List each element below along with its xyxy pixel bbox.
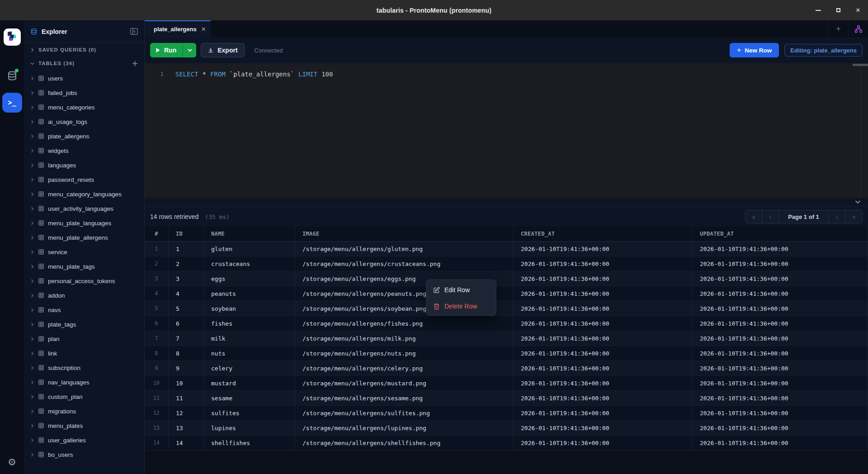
collapse-editor-chevron-icon[interactable]	[855, 200, 861, 204]
table-row[interactable]: 7 7 milk /storage/menu/allergens/milk.pn…	[145, 331, 868, 346]
table-row[interactable]: 14 14 shellfishes /storage/menu/allergen…	[145, 436, 868, 450]
table-row[interactable]: 13 13 lupines /storage/menu/allergens/lu…	[145, 421, 868, 436]
sidebar-table-label: bo_users	[48, 451, 73, 458]
query-console-button[interactable]: >_	[2, 93, 22, 113]
editor-scrollbar-track	[861, 63, 861, 198]
tab-plate-allergens[interactable]: plate_allergens ✕	[145, 20, 211, 37]
sidebar-table-widgets[interactable]: widgets	[24, 143, 144, 158]
first-page-button[interactable]: «	[745, 210, 762, 223]
table-row[interactable]: 3 3 eggs /storage/menu/allergens/eggs.pn…	[145, 271, 868, 286]
table-grid-icon	[38, 437, 44, 443]
run-options-button[interactable]	[183, 43, 196, 57]
sidebar-table-menu_plate_allergens[interactable]: menu_plate_allergens	[24, 230, 144, 245]
sidebar-table-navs[interactable]: navs	[24, 303, 144, 317]
cell-name: sesame	[204, 391, 295, 405]
chevron-right-icon	[30, 265, 34, 269]
column-header-image[interactable]: IMAGE	[295, 227, 514, 241]
schema-view-button[interactable]	[848, 20, 868, 37]
close-button[interactable]: ✕	[848, 0, 868, 20]
sidebar-table-label: menu_category_languages	[48, 191, 122, 198]
sidebar-table-menu_categories[interactable]: menu_categories	[24, 100, 144, 114]
sidebar-table-ai_usage_logs[interactable]: ai_usage_logs	[24, 114, 144, 129]
editor-scrollbar-thumb[interactable]	[853, 64, 868, 66]
table-grid-icon	[38, 379, 44, 385]
table-row[interactable]: 1 1 gluten /storage/menu/allergens/glute…	[145, 242, 868, 256]
window-title: tabularis - ProntoMenu (prontomenu)	[377, 7, 491, 14]
minimize-button[interactable]	[808, 0, 828, 20]
sidebar-table-service[interactable]: service	[24, 245, 144, 259]
sidebar-table-password_resets[interactable]: password_resets	[24, 172, 144, 187]
sidebar-table-label: password_resets	[48, 176, 94, 183]
sidebar-table-bo_users[interactable]: bo_users	[24, 447, 144, 462]
cell-name: shellfishes	[204, 436, 295, 450]
context-menu-delete-row[interactable]: Delete Row	[426, 298, 496, 314]
run-button[interactable]: Run	[150, 43, 196, 57]
sidebar-table-user_galleries[interactable]: user_galleries	[24, 433, 144, 447]
sidebar-table-failed_jobs[interactable]: failed_jobs	[24, 85, 144, 100]
sidebar-table-custom_plan[interactable]: custom_plan	[24, 389, 144, 404]
chevron-right-icon	[30, 236, 34, 240]
collapse-panel-icon[interactable]	[130, 28, 138, 35]
sidebar-table-nav_languages[interactable]: nav_languages	[24, 375, 144, 389]
sidebar-table-label: custom_plan	[48, 393, 83, 400]
sidebar-table-label: menu_plate_tags	[48, 263, 95, 270]
table-row[interactable]: 6 6 fishes /storage/menu/allergens/fishe…	[145, 316, 868, 331]
export-button[interactable]: Export	[201, 43, 244, 57]
connections-button[interactable]	[5, 69, 19, 83]
sidebar-table-user_activity_languages[interactable]: user_activity_languages	[24, 201, 144, 216]
table-row[interactable]: 11 11 sesame /storage/menu/allergens/ses…	[145, 391, 868, 406]
sidebar-table-plan[interactable]: plan	[24, 332, 144, 346]
settings-button[interactable]: ⚙	[0, 457, 24, 468]
sidebar-table-personal_access_tokens[interactable]: personal_access_tokens	[24, 274, 144, 288]
sql-editor[interactable]: 1 SELECT * FROM `plate_allergens` LIMIT …	[145, 63, 868, 198]
section-saved-queries[interactable]: SAVED QUERIES (0)	[24, 43, 144, 57]
table-row[interactable]: 8 8 nuts /storage/menu/allergens/nuts.pn…	[145, 346, 868, 361]
sidebar-table-menu_plate_languages[interactable]: menu_plate_languages	[24, 216, 144, 230]
column-header-name[interactable]: NAME	[204, 227, 295, 241]
sidebar-table-migrations[interactable]: migrations	[24, 404, 144, 418]
new-row-button[interactable]: + New Row	[730, 43, 779, 57]
table-row[interactable]: 12 12 sulfites /storage/menu/allergens/s…	[145, 406, 868, 421]
cell-image: /storage/menu/allergens/mustard.png	[295, 376, 514, 390]
context-menu-edit-row[interactable]: Edit Row	[426, 282, 496, 298]
column-header-updated-at[interactable]: UPDATED_AT	[693, 227, 868, 241]
table-row[interactable]: 4 4 peanuts /storage/menu/allergens/pean…	[145, 286, 868, 301]
cell-row-number: 3	[145, 271, 169, 286]
add-table-icon[interactable]	[132, 61, 138, 66]
table-row[interactable]: 5 5 soybean /storage/menu/allergens/soyb…	[145, 301, 868, 316]
sidebar-table-plate_allergens[interactable]: plate_allergens	[24, 129, 144, 143]
sidebar-table-addon[interactable]: addon	[24, 288, 144, 303]
table-row[interactable]: 2 2 crustaceans /storage/menu/allergens/…	[145, 256, 868, 271]
column-header-created-at[interactable]: CREATED_AT	[514, 227, 693, 241]
table-grid-icon	[38, 263, 44, 270]
table-grid-icon	[38, 292, 44, 299]
sidebar-table-menu_plate_tags[interactable]: menu_plate_tags	[24, 259, 144, 274]
column-header--[interactable]: #	[145, 227, 169, 241]
sidebar-table-menu_category_languages[interactable]: menu_category_languages	[24, 187, 144, 201]
prev-page-button[interactable]: ‹	[762, 210, 779, 223]
sidebar-table-languages[interactable]: languages	[24, 158, 144, 172]
chevron-right-icon	[30, 149, 34, 153]
sidebar-table-menu_plates[interactable]: menu_plates	[24, 418, 144, 433]
next-page-button[interactable]: ›	[829, 210, 845, 223]
tab-close-icon[interactable]: ✕	[201, 26, 206, 33]
cell-name: soybean	[204, 301, 295, 316]
new-tab-button[interactable]: +	[828, 20, 848, 37]
chevron-right-icon	[30, 322, 34, 327]
connection-status: Connected	[255, 47, 283, 54]
line-number: 1	[145, 71, 175, 77]
cell-created-at: 2026-01-10T19:41:36+00:00	[514, 242, 693, 256]
section-tables[interactable]: TABLES (34)	[24, 57, 144, 70]
maximize-button[interactable]	[828, 0, 848, 20]
sidebar-table-users[interactable]: users	[24, 71, 144, 85]
table-row[interactable]: 10 10 mustard /storage/menu/allergens/mu…	[145, 376, 868, 391]
app-logo[interactable]	[4, 28, 21, 46]
sidebar-table-plate_tags[interactable]: plate_tags	[24, 317, 144, 332]
sidebar-table-subscription[interactable]: subscription	[24, 360, 144, 375]
column-header-id[interactable]: ID	[169, 227, 204, 241]
table-row[interactable]: 9 9 celery /storage/menu/allergens/celer…	[145, 361, 868, 376]
sidebar-table-link[interactable]: link	[24, 346, 144, 360]
cell-row-number: 9	[145, 361, 169, 375]
last-page-button[interactable]: »	[845, 210, 862, 223]
cell-id: 6	[169, 316, 204, 331]
